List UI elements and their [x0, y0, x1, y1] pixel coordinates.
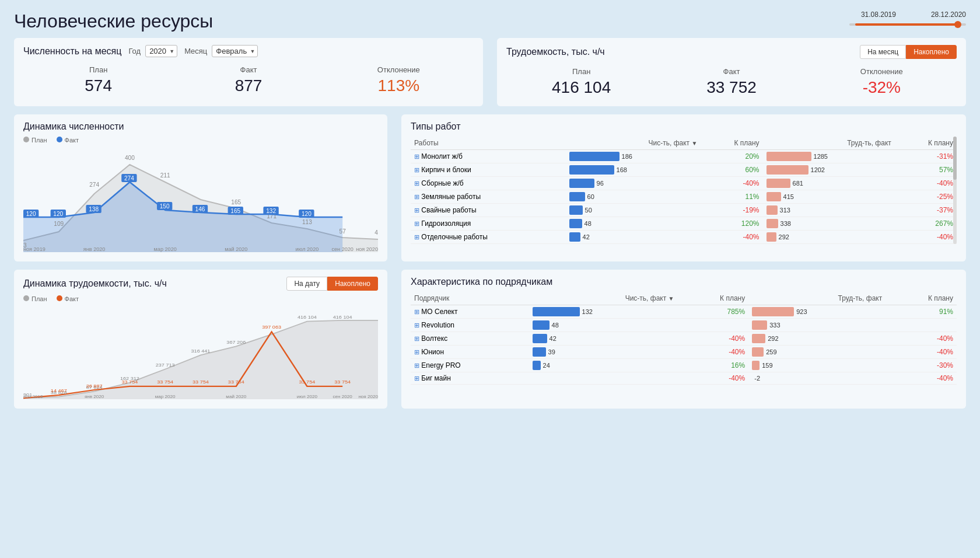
svg-text:14 467: 14 467	[51, 388, 67, 393]
row-k-planu-chis-p: -40%	[677, 346, 748, 359]
row-k-planu-trud: -40%	[895, 231, 957, 244]
svg-text:274: 274	[124, 175, 134, 182]
table-row: ⊞ Кирпич и блоки 168 60% 1202 57%	[411, 163, 957, 177]
otklon-value: 113%	[328, 76, 469, 95]
row-chis-fact-p: 132	[529, 305, 678, 319]
col-chis-fact[interactable]: Чис-ть, факт ▼	[566, 137, 701, 150]
table-row: ⊞ Отделочные работы 42 -40% 292 -40%	[411, 231, 957, 244]
date-slider-handle[interactable]	[954, 21, 961, 28]
plan-value: 574	[28, 76, 169, 95]
trudo-fact-value: 33 752	[661, 78, 802, 97]
dinamika-chislennosti-box: Динамика численности План Факт 23 109 27…	[14, 114, 387, 261]
row-k-planu-chis: -40%	[701, 177, 762, 190]
svg-text:33 754: 33 754	[157, 379, 173, 385]
scrollbar-thumb	[953, 137, 957, 180]
tipy-rabot-title: Типы работ	[411, 121, 957, 132]
expand-btn[interactable]: ⊞	[414, 220, 419, 227]
svg-text:150: 150	[160, 203, 170, 210]
svg-text:367 206: 367 206	[226, 339, 246, 344]
expand-btn[interactable]: ⊞	[414, 207, 419, 214]
row-k-planu-chis: 120%	[701, 217, 762, 231]
col-chis-fact-p[interactable]: Чис-ть, факт ▼	[529, 292, 678, 305]
svg-text:сен 2020: сен 2020	[333, 395, 352, 399]
mid-row: Динамика численности План Факт 23 109 27…	[14, 114, 966, 261]
year-select[interactable]: 2020 2019	[145, 45, 177, 57]
row-trud-fact-p: 292	[748, 332, 886, 346]
svg-text:ноя 2020: ноя 2020	[358, 395, 378, 399]
date-slider-fill	[855, 23, 960, 26]
expand-btn[interactable]: ⊞	[414, 233, 419, 240]
col-k-planu-trud: К плану	[895, 137, 957, 150]
row-k-planu-chis-p: -40%	[677, 332, 748, 346]
expand-btn[interactable]: ⊞	[414, 322, 419, 329]
date-slider-track[interactable]	[849, 23, 966, 26]
row-chis-fact-p	[529, 372, 678, 385]
legend-plan: План	[23, 137, 47, 144]
row-trud-fact-p: 159	[748, 359, 886, 372]
expand-btn[interactable]: ⊞	[414, 153, 419, 160]
chislennost-header: Численность на месяц Год 2020 2019 Месяц	[23, 45, 474, 57]
chislennost-title: Численность на месяц	[23, 46, 121, 57]
row-k-planu-chis: 11%	[701, 190, 762, 204]
trudo-legend-fact: Факт	[57, 295, 79, 302]
row-podryad-name: ⊞ МО Селект	[411, 305, 529, 319]
year-select-wrapper: 2020 2019	[145, 45, 177, 57]
expand-btn[interactable]: ⊞	[414, 180, 419, 187]
row-name: ⊞ Сборные ж/б	[411, 177, 566, 190]
expand-btn[interactable]: ⊞	[414, 362, 419, 369]
svg-text:33 754: 33 754	[299, 379, 315, 385]
month-label: Месяц	[184, 47, 207, 55]
chislennost-plan: План 574	[23, 63, 173, 97]
svg-text:33 754: 33 754	[334, 379, 351, 385]
trudoemkost-kpi-row: План 416 104 Факт 33 752 Отклонение -32%	[506, 65, 957, 99]
svg-text:янв 2020: янв 2020	[83, 246, 106, 252]
btn-month[interactable]: На месяц	[860, 45, 906, 59]
month-select[interactable]: Февраль Январь Март	[212, 45, 258, 57]
top-row: Численность на месяц Год 2020 2019 Месяц	[14, 38, 966, 106]
trudo-otklon: Отклонение -32%	[807, 65, 957, 99]
harakt-podryad-table: Подрядчик Чис-ть, факт ▼ К плану Труд-ть…	[411, 292, 957, 385]
trudo-plan-value: 416 104	[511, 78, 652, 97]
plan-label: План	[28, 65, 169, 74]
svg-text:237 713: 237 713	[156, 362, 175, 368]
row-k-planu-trud: 267%	[895, 217, 957, 231]
row-trud-fact: 681	[763, 177, 895, 190]
dinamika-trudo-box: Динамика трудоемкости, тыс. ч/ч На дату …	[14, 270, 387, 409]
date-start: 31.08.2019	[861, 11, 896, 19]
svg-text:33 754: 33 754	[121, 379, 138, 385]
chislennost-section: Численность на месяц Год 2020 2019 Месяц	[14, 38, 483, 106]
svg-text:ноя 2019: ноя 2019	[23, 395, 43, 399]
trudo-chart-toggle: На дату Накоплено	[286, 277, 378, 291]
btn-date[interactable]: На дату	[286, 277, 327, 291]
table-row: ⊞ Свайные работы 50 -19% 313 -37%	[411, 204, 957, 217]
expand-btn[interactable]: ⊞	[414, 193, 419, 200]
svg-text:113: 113	[302, 219, 312, 225]
btn-accumulated-chart[interactable]: Накоплено	[327, 277, 378, 291]
row-k-planu-trud-p: 91%	[886, 305, 957, 319]
row-podryad-name: ⊞ Биг майн	[411, 372, 529, 385]
btn-accumulated[interactable]: Накоплено	[906, 45, 957, 59]
svg-text:211: 211	[160, 172, 170, 179]
svg-text:ноя 2019: ноя 2019	[23, 246, 46, 252]
expand-btn[interactable]: ⊞	[414, 308, 419, 315]
row-trud-fact: 292	[763, 231, 895, 244]
expand-btn[interactable]: ⊞	[414, 375, 419, 382]
row-chis-fact: 42	[566, 231, 701, 244]
table-row: ⊞ Юнион 39 -40% 259 -40%	[411, 346, 957, 359]
row-chis-fact-p: 39	[529, 346, 678, 359]
svg-text:120: 120	[53, 211, 63, 217]
expand-btn[interactable]: ⊞	[414, 348, 419, 355]
svg-text:сен 2020: сен 2020	[331, 246, 353, 252]
expand-btn[interactable]: ⊞	[414, 166, 419, 173]
svg-text:109: 109	[54, 221, 64, 227]
trudo-fact: Факт 33 752	[656, 65, 806, 99]
row-k-planu-chis-p: 16%	[677, 359, 748, 372]
svg-text:316 441: 316 441	[191, 348, 211, 354]
row-chis-fact: 48	[566, 217, 701, 231]
trudoemkost-section: Трудоемкость, тыс. ч/ч На месяц Накоплен…	[497, 38, 966, 106]
expand-btn[interactable]: ⊞	[414, 335, 419, 342]
svg-text:274: 274	[89, 182, 99, 188]
svg-text:138: 138	[89, 206, 99, 212]
row-k-planu-trud: -40%	[895, 177, 957, 190]
table-scrollbar[interactable]	[953, 137, 957, 244]
